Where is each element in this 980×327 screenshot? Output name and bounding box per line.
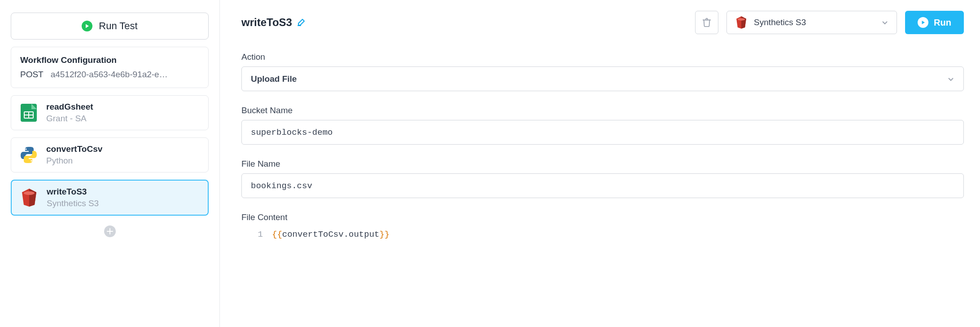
play-icon	[82, 21, 92, 31]
step-card-writetos3[interactable]: writeToS3 Synthetics S3	[11, 180, 209, 216]
action-select[interactable]: Upload File	[241, 66, 964, 91]
sidebar: Run Test Workflow Configuration POST a45…	[0, 0, 220, 327]
svg-point-7	[738, 18, 745, 20]
play-icon	[918, 17, 928, 28]
code-expression: convertToCsv.output	[282, 230, 380, 239]
python-icon	[19, 146, 38, 164]
delete-button[interactable]	[695, 11, 718, 34]
step-card-readgsheet[interactable]: readGsheet Grant - SA	[11, 95, 209, 130]
file-name-label: File Name	[241, 159, 964, 169]
step-subtitle: Python	[46, 156, 102, 166]
file-name-input[interactable]: bookings.csv	[241, 173, 964, 198]
svg-point-5	[31, 160, 32, 161]
run-test-button[interactable]: Run Test	[11, 13, 209, 40]
add-step-button[interactable]	[104, 225, 116, 237]
trash-icon	[702, 18, 712, 27]
edit-icon[interactable]	[297, 18, 306, 27]
svg-point-6	[24, 191, 35, 195]
workflow-config-card[interactable]: Workflow Configuration POST a4512f20-a56…	[11, 47, 209, 88]
bucket-name-value: superblocks-demo	[251, 128, 332, 137]
action-label: Action	[241, 52, 964, 62]
line-number: 1	[255, 230, 263, 239]
workflow-config-title: Workflow Configuration	[20, 55, 199, 65]
step-title: writeToS3	[47, 187, 99, 197]
page-title: writeToS3	[241, 16, 292, 29]
main-panel: writeToS3	[220, 0, 980, 327]
resource-select[interactable]: Synthetics S3	[726, 11, 897, 34]
brace-open: {{	[272, 230, 282, 239]
run-test-label: Run Test	[99, 20, 137, 32]
step-card-converttocsv[interactable]: convertToCsv Python	[11, 137, 209, 172]
chevron-down-icon	[881, 19, 888, 26]
brace-close: }}	[379, 230, 389, 239]
aws-s3-icon	[735, 16, 748, 29]
step-subtitle: Grant - SA	[46, 114, 93, 124]
bucket-name-label: Bucket Name	[241, 106, 964, 115]
code-line: {{convertToCsv.output}}	[272, 230, 389, 239]
action-value: Upload File	[251, 74, 297, 84]
aws-s3-icon	[20, 188, 39, 207]
resource-label: Synthetics S3	[754, 18, 806, 27]
svg-point-4	[25, 148, 26, 150]
step-title: readGsheet	[46, 102, 93, 112]
step-title: convertToCsv	[46, 144, 102, 154]
chevron-down-icon	[947, 75, 954, 83]
file-content-editor[interactable]: 1 {{convertToCsv.output}}	[241, 227, 964, 239]
workflow-method: POST	[20, 70, 44, 80]
run-label: Run	[934, 18, 951, 28]
bucket-name-input[interactable]: superblocks-demo	[241, 120, 964, 145]
file-content-label: File Content	[241, 212, 964, 222]
step-subtitle: Synthetics S3	[47, 199, 99, 208]
gsheet-icon	[19, 103, 38, 122]
file-name-value: bookings.csv	[251, 181, 312, 191]
workflow-id: a4512f20-a563-4e6b-91a2-e…	[51, 70, 168, 80]
run-button[interactable]: Run	[905, 11, 964, 34]
